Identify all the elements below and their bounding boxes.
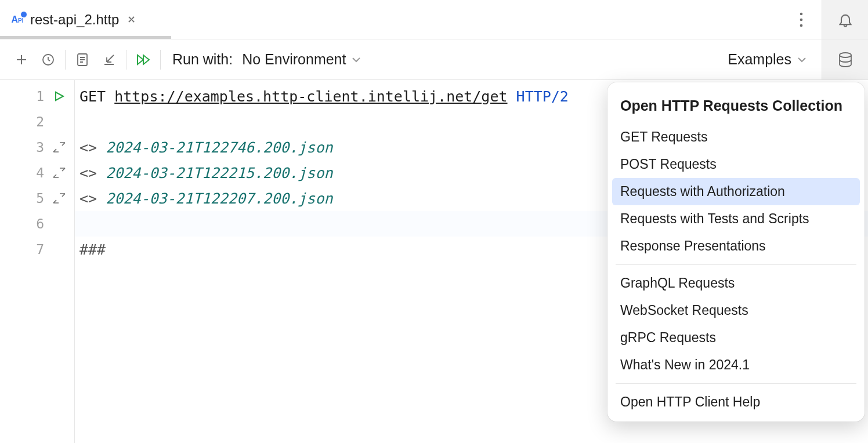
tab-progress-bar [0, 36, 171, 39]
response-marker: <> [79, 190, 97, 207]
popup-item[interactable]: gRPC Requests [607, 324, 865, 351]
line-number: 2 [27, 114, 44, 129]
response-file[interactable]: 2024-03-21T122207.200.json [106, 190, 332, 207]
svg-point-5 [840, 53, 851, 57]
chevron-down-icon [797, 57, 806, 63]
separator [126, 50, 126, 70]
run-icon[interactable] [50, 87, 68, 106]
line-number: 7 [27, 242, 44, 257]
line-number: 6 [27, 216, 44, 231]
close-icon[interactable]: ✕ [125, 13, 138, 26]
file-tab[interactable]: API rest-api_2.http ✕ [0, 0, 149, 39]
tab-filename: rest-api_2.http [30, 12, 119, 28]
response-marker: <> [79, 165, 97, 181]
gutter: 1 2 3 4 5 6 7 [0, 80, 74, 443]
line-number: 1 [27, 89, 44, 104]
popup-item[interactable]: Response Presentations [607, 233, 865, 260]
line-number: 3 [27, 140, 44, 155]
add-button[interactable] [8, 46, 35, 73]
database-icon[interactable] [822, 39, 868, 79]
environment-value: No Environment [242, 51, 346, 68]
popup-item[interactable]: GET Requests [607, 124, 865, 151]
tab-bar: API rest-api_2.http ✕ [0, 0, 868, 39]
request-url: https://examples.http-client.intellij.ne… [114, 88, 507, 105]
http-method: GET [79, 88, 106, 105]
diff-icon[interactable] [50, 189, 68, 208]
popup-item[interactable]: What's New in 2024.1 [607, 351, 865, 379]
line-number: 5 [27, 191, 44, 206]
diff-icon[interactable] [50, 138, 68, 157]
environment-select[interactable]: No Environment [242, 51, 361, 68]
response-marker: <> [79, 139, 97, 156]
popup-item-highlighted[interactable]: Requests with Authorization [612, 178, 860, 205]
popup-item[interactable]: GraphQL Requests [607, 270, 865, 297]
http-version: HTTP/2 [516, 88, 569, 105]
response-file[interactable]: 2024-03-21T122215.200.json [106, 165, 332, 181]
examples-popup: Open HTTP Requests Collection GET Reques… [607, 82, 865, 422]
svg-point-2 [800, 24, 803, 27]
scratch-icon[interactable] [69, 46, 96, 73]
response-file[interactable]: 2024-03-21T122746.200.json [106, 139, 332, 156]
api-file-icon: API [10, 13, 24, 27]
popup-title: Open HTTP Requests Collection [607, 90, 865, 124]
diff-icon[interactable] [50, 164, 68, 182]
notifications-icon[interactable] [822, 0, 868, 39]
chevron-down-icon [352, 57, 361, 63]
popup-item[interactable]: WebSocket Requests [607, 297, 865, 324]
separator [160, 50, 161, 70]
history-icon[interactable] [35, 46, 62, 73]
popup-separator [616, 383, 856, 384]
popup-item[interactable]: Requests with Tests and Scripts [607, 205, 865, 233]
editor-toolbar: Run with: No Environment Examples [0, 39, 868, 80]
import-icon[interactable] [96, 46, 122, 73]
run-with-label: Run with: [172, 51, 233, 68]
examples-dropdown[interactable]: Examples [728, 51, 806, 68]
examples-label: Examples [728, 51, 791, 68]
kebab-menu-icon[interactable] [781, 0, 822, 39]
popup-item[interactable]: POST Requests [607, 151, 865, 178]
svg-point-0 [800, 12, 803, 15]
svg-point-1 [800, 18, 803, 21]
separator [65, 50, 66, 70]
popup-item[interactable]: Open HTTP Client Help [607, 388, 865, 416]
run-all-icon[interactable] [130, 46, 157, 73]
request-separator: ### [79, 241, 106, 258]
popup-separator [616, 264, 856, 265]
line-number: 4 [27, 165, 44, 180]
